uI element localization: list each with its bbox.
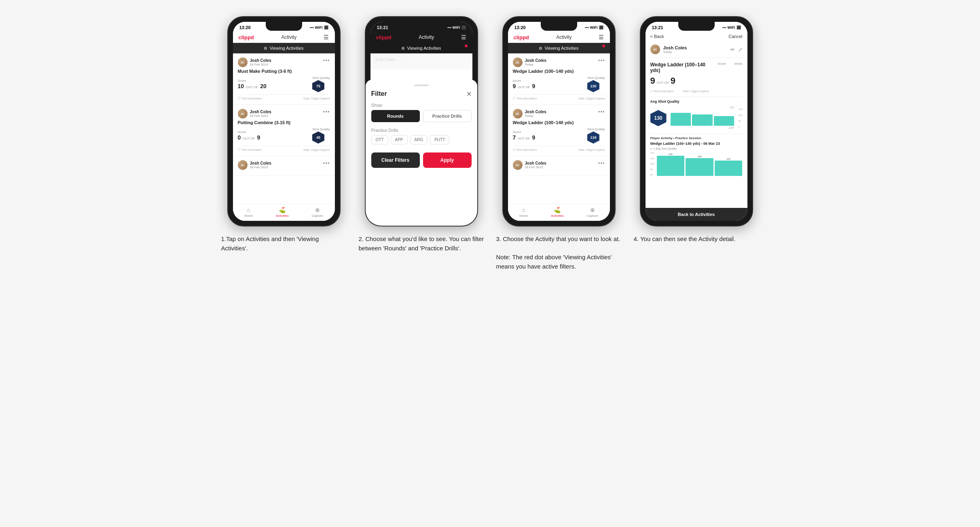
step-3-caption: 3. Choose the Activity that you want to … <box>496 235 622 271</box>
phone-1-card-3[interactable]: JC Josh Coles 28 Feb 2023 ••• <box>233 156 335 176</box>
phone-3-card-2-dots[interactable]: ••• <box>598 109 605 115</box>
phone-1-card-3-dots[interactable]: ••• <box>323 160 330 166</box>
phone-3: 13:20 ▪▪▪ WiFi ⬛ clippd Activity ☰ ⚙ V <box>502 16 616 226</box>
phone-2-tag-app[interactable]: APP <box>391 135 408 144</box>
phone-3-nav-activities[interactable]: ⛳ Activities <box>551 207 564 218</box>
phone-3-card-1-sq-group: Shot Quality 130 <box>587 76 605 92</box>
wifi-icon: WiFi <box>453 25 460 30</box>
phone-1-capture-icon: ⊕ <box>315 207 320 213</box>
phone-2-close-button[interactable]: ✕ <box>466 90 472 98</box>
phone-3-card-1[interactable]: JC Josh Coles Today ••• Wedge Ladder (10… <box>508 53 610 105</box>
phone-3-activities-label: Activities <box>551 214 564 218</box>
phone-3-card-1-footer-right: Data: Clippd Capture <box>578 97 605 100</box>
phone-3-card-1-avatar: JC <box>513 57 523 67</box>
phone-1-card-1-dots[interactable]: ••• <box>323 57 330 63</box>
step-3-caption-1: 3. Choose the Activity that you want to … <box>496 235 620 242</box>
phone-4-back-button[interactable]: < Back <box>650 34 664 39</box>
phone-4-expand-icon[interactable]: ⤢ <box>738 47 743 53</box>
phone-3-banner-icon: ⚙ <box>539 46 542 51</box>
phone-4-player-activity-type: Practice Session <box>675 136 701 140</box>
phone-1-card-1-user-date: 28 Feb 2023 <box>250 63 271 66</box>
phone-3-card-1-footer-left: ⓘ Test Information <box>513 96 537 100</box>
phone-4-data-capture: Data: Clippd Capture <box>683 90 709 93</box>
phone-1-card-1-score-value-group: 10 OUT OF 20 <box>238 83 267 89</box>
phone-3-capture-icon: ⊕ <box>590 207 595 213</box>
phone-3-hamburger[interactable]: ☰ <box>599 34 604 40</box>
phone-2-banner[interactable]: ⚙ Viewing Activities <box>370 43 472 53</box>
phone-1-card-2-header: JC Josh Coles 28 Feb 2023 ••• <box>238 109 330 119</box>
phone-1-nav-home[interactable]: ⌂ Home <box>244 207 253 218</box>
phone-3-card-2-score-value-group: 7 OUT OF 9 <box>513 134 536 141</box>
phone-1-card-1-info-icon: ⓘ <box>238 96 241 100</box>
phone-4-shots-col-label: Shots <box>734 62 742 73</box>
phone-3-banner[interactable]: ⚙ Viewing Activities <box>508 43 610 53</box>
phone-2-tag-arg[interactable]: ARG <box>410 135 428 144</box>
phone-4-detail-nav: < Back Cancel <box>646 32 747 41</box>
phone-4-bar-group-3: 124 <box>715 158 743 176</box>
phone-3-card-2-footer-right: Data: Clippd Capture <box>578 148 605 151</box>
phone-1-card-1-footer-right: Data: Clippd Capture <box>303 97 330 100</box>
phone-4-edit-icon[interactable]: ✏ <box>730 47 735 53</box>
phone-4-avatar: JC <box>650 44 660 54</box>
phone-2-tag-ott[interactable]: OTT <box>371 135 388 144</box>
phone-1-card-2[interactable]: JC Josh Coles 28 Feb 2023 ••• Putting Co… <box>233 105 335 156</box>
phone-1-card-1[interactable]: JC Josh Coles 28 Feb 2023 ••• Must Make … <box>233 53 335 105</box>
phone-4-col-labels: Score Shots <box>718 62 742 73</box>
phone-4-status-icons: ▪▪▪ WiFi ⬛ <box>722 25 741 30</box>
phone-1-card-2-stats: Score 0 OUT OF 9 Shot Quality 45 <box>238 127 330 144</box>
phone-3-card-1-score-label: Score <box>513 79 536 83</box>
phone-4-big-hex: 130 <box>650 110 667 126</box>
phone-2-clear-filters-button[interactable]: Clear Filters <box>371 152 420 168</box>
phone-1-card-1-stats: Score 10 OUT OF 20 Shot Quality 75 <box>238 76 330 92</box>
phone-1-card-1-sq-hex: 75 <box>312 80 324 92</box>
phone-1-card-1-user-name: Josh Coles <box>250 58 271 63</box>
phone-1: 13:20 ▪▪▪ WiFi ⬛ clippd Activity ☰ ⚙ V <box>227 16 341 226</box>
phone-3-card-1-dots[interactable]: ••• <box>598 57 605 63</box>
phone-2-filter-modal[interactable]: Filter ✕ Show Rounds Practice Drills Pra… <box>370 80 472 221</box>
phone-1-card-2-user-date: 28 Feb 2023 <box>250 114 271 118</box>
phone-4-bar-2 <box>692 114 713 126</box>
phone-2-apply-button[interactable]: Apply <box>423 152 472 168</box>
phone-3-card-2-footer: ⓘ Test Information Data: Clippd Capture <box>513 146 605 152</box>
phone-2-tag-putt[interactable]: PUTT <box>430 135 449 144</box>
phone-2-practice-drills-section-label: Practice Drills <box>371 128 472 133</box>
phone-3-card-2[interactable]: JC Josh Coles Today ••• Wedge Ladder (10… <box>508 105 610 156</box>
phone-1-card-2-out-of: OUT OF <box>243 137 255 140</box>
phone-3-card-2-out-of: OUT OF <box>518 137 530 140</box>
phone-4-bar-y-60: 60 <box>650 174 654 176</box>
phone-1-card-2-dots[interactable]: ••• <box>323 109 330 115</box>
phone-1-card-1-shots: 20 <box>260 83 267 89</box>
phone-2-practice-drills-toggle[interactable]: Practice Drills <box>423 110 472 122</box>
phone-1-card-3-avatar: JC <box>238 160 248 170</box>
phone-1-card-1-footer: ⓘ Test Information Data: Clippd Capture <box>238 94 330 100</box>
main-page: 13:20 ▪▪▪ WiFi ⬛ clippd Activity ☰ ⚙ V <box>207 16 773 271</box>
phone-4-time: 13:21 <box>652 25 663 30</box>
phone-1-hamburger[interactable]: ☰ <box>324 34 329 40</box>
phone-4-cancel-button[interactable]: Cancel <box>728 34 742 39</box>
phone-1-nav-capture[interactable]: ⊕ Capture <box>312 207 323 218</box>
phone-2-hamburger[interactable]: ☰ <box>461 34 466 40</box>
phone-1-card-2-info-icon: ⓘ <box>238 148 241 152</box>
phone-4-bar-3-fill <box>715 161 743 176</box>
phone-4-drill-chart-sub: •—• Avg Shot Quality <box>650 147 743 150</box>
phone-3-card-1-user-name: Josh Coles <box>525 58 546 63</box>
phone-1-nav-bar: clippd Activity ☰ <box>233 32 335 43</box>
phone-3-card-1-stats: Score 9 OUT OF 9 Shot Quality 130 <box>513 76 605 92</box>
phone-3-nav-capture[interactable]: ⊕ Capture <box>587 207 598 218</box>
phone-4-back-to-activities-button[interactable]: Back to Activities <box>646 208 747 221</box>
phone-1-viewing-activities-banner[interactable]: ⚙ Viewing Activities <box>233 43 335 53</box>
phone-1-time: 13:20 <box>239 25 251 30</box>
phone-4-divider-2 <box>650 133 743 134</box>
phone-1-nav-activities[interactable]: ⛳ Activities <box>276 207 289 218</box>
phone-4-test-info: ⓘ <box>650 90 653 93</box>
phone-3-nav-home[interactable]: ⌂ Home <box>519 207 528 218</box>
phone-2-nav-bar: clippd Activity ☰ <box>370 32 472 43</box>
phone-3-card-3[interactable]: JC Josh Coles 28 Feb 2023 ••• <box>508 156 610 176</box>
battery-icon: ⬛ <box>324 25 328 30</box>
phone-3-card-3-dots[interactable]: ••• <box>598 160 605 166</box>
phone-4-avatar-inner: JC <box>650 44 660 54</box>
phone-4-score: 9 <box>650 76 655 86</box>
phone-4-y-50: 50 <box>738 120 742 122</box>
phone-4-screen: 13:21 ▪▪▪ WiFi ⬛ < Back Cancel <box>646 22 747 221</box>
phone-2-rounds-toggle[interactable]: Rounds <box>371 110 420 122</box>
